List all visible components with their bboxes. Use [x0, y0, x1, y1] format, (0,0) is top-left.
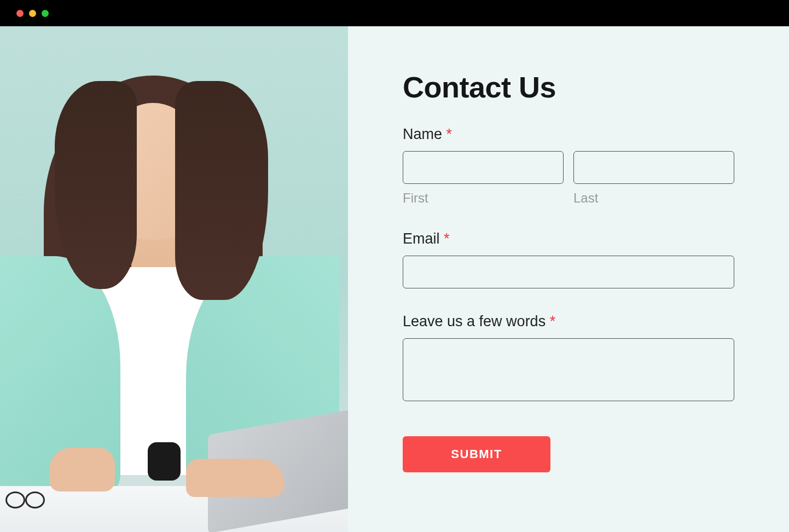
name-label: Name *: [403, 126, 734, 143]
hero-image-panel: [0, 26, 348, 532]
page-content: Contact Us Name * First Last Email *: [0, 26, 789, 532]
message-field-group: Leave us a few words *: [403, 313, 734, 403]
window-maximize-icon[interactable]: [42, 10, 49, 17]
email-field-group: Email *: [403, 230, 734, 288]
required-mark: *: [446, 126, 452, 142]
email-label: Email *: [403, 230, 734, 247]
required-mark: *: [444, 230, 450, 247]
window-close-icon[interactable]: [16, 10, 24, 17]
required-mark: *: [550, 313, 556, 329]
name-label-text: Name: [403, 126, 446, 142]
message-label-text: Leave us a few words: [403, 313, 550, 329]
form-panel: Contact Us Name * First Last Email *: [348, 26, 789, 532]
email-label-text: Email: [403, 230, 444, 247]
window-minimize-icon[interactable]: [29, 10, 36, 17]
person-illustration: [0, 26, 348, 532]
window-titlebar: [0, 0, 789, 26]
last-name-sublabel: Last: [573, 190, 734, 206]
first-name-sublabel: First: [403, 190, 564, 206]
last-name-input[interactable]: [573, 151, 734, 184]
name-field-group: Name * First Last: [403, 126, 734, 206]
first-name-input[interactable]: [403, 151, 564, 184]
email-input[interactable]: [403, 256, 734, 288]
message-label: Leave us a few words *: [403, 313, 734, 330]
message-textarea[interactable]: [403, 338, 734, 401]
submit-button[interactable]: SUBMIT: [403, 436, 550, 472]
page-title: Contact Us: [403, 70, 734, 104]
